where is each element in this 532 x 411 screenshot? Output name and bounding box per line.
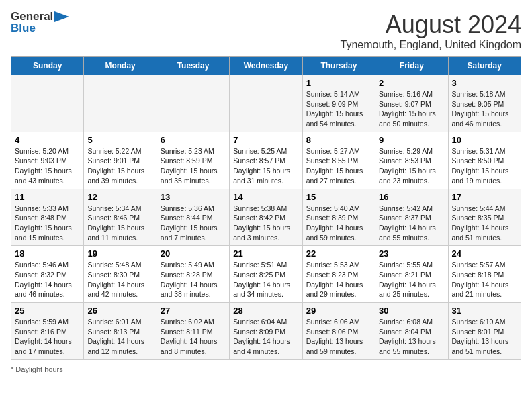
day-info: Sunrise: 5:16 AMSunset: 9:07 PMDaylight:… [379, 89, 444, 129]
logo-arrow-icon [54, 11, 69, 22]
day-info: Sunrise: 5:46 AMSunset: 8:32 PMDaylight:… [15, 260, 80, 300]
title-section: August 2024 Tynemouth, England, United K… [341, 11, 522, 51]
day-info: Sunrise: 6:10 AMSunset: 8:01 PMDaylight:… [452, 317, 517, 357]
day-number: 12 [87, 192, 152, 202]
day-number: 3 [452, 78, 517, 88]
day-number: 10 [452, 135, 517, 145]
svg-marker-0 [54, 11, 69, 22]
subtitle: Tynemouth, England, United Kingdom [341, 39, 522, 51]
day-info: Sunrise: 5:48 AMSunset: 8:30 PMDaylight:… [87, 260, 152, 300]
weekday-header-wednesday: Wednesday [230, 57, 302, 75]
day-number: 20 [161, 248, 226, 259]
day-cell: 28Sunrise: 6:04 AMSunset: 8:09 PMDayligh… [230, 303, 302, 360]
day-info: Sunrise: 5:36 AMSunset: 8:44 PMDaylight:… [161, 203, 226, 243]
weekday-header-thursday: Thursday [302, 57, 375, 75]
footer-note: * Daylight hours [11, 365, 521, 373]
day-cell: 6Sunrise: 5:23 AMSunset: 8:59 PMDaylight… [157, 132, 229, 189]
day-number: 18 [15, 248, 80, 259]
day-cell: 14Sunrise: 5:38 AMSunset: 8:42 PMDayligh… [230, 189, 302, 246]
day-info: Sunrise: 5:40 AMSunset: 8:39 PMDaylight:… [306, 203, 371, 243]
day-cell: 8Sunrise: 5:27 AMSunset: 8:55 PMDaylight… [302, 132, 375, 189]
day-number: 23 [379, 248, 444, 259]
calendar-table: SundayMondayTuesdayWednesdayThursdayFrid… [11, 56, 521, 360]
day-cell [157, 75, 229, 132]
day-number: 5 [87, 135, 152, 145]
day-number: 22 [306, 248, 371, 259]
day-cell: 29Sunrise: 6:06 AMSunset: 8:06 PMDayligh… [302, 303, 375, 360]
main-title: August 2024 [341, 11, 522, 39]
day-info: Sunrise: 6:08 AMSunset: 8:04 PMDaylight:… [379, 317, 444, 357]
week-row-3: 18Sunrise: 5:46 AMSunset: 8:32 PMDayligh… [11, 246, 521, 303]
day-cell [11, 75, 84, 132]
day-number: 21 [233, 248, 298, 259]
day-cell: 30Sunrise: 6:08 AMSunset: 8:04 PMDayligh… [375, 303, 448, 360]
day-number: 8 [306, 135, 371, 145]
day-number: 30 [379, 306, 444, 316]
week-row-2: 11Sunrise: 5:33 AMSunset: 8:48 PMDayligh… [11, 189, 521, 246]
day-cell: 22Sunrise: 5:53 AMSunset: 8:23 PMDayligh… [302, 246, 375, 303]
day-cell: 21Sunrise: 5:51 AMSunset: 8:25 PMDayligh… [230, 246, 302, 303]
day-info: Sunrise: 5:55 AMSunset: 8:21 PMDaylight:… [379, 260, 444, 300]
weekday-header-saturday: Saturday [448, 57, 521, 75]
day-number: 17 [452, 192, 517, 202]
day-cell [230, 75, 302, 132]
weekday-header-row: SundayMondayTuesdayWednesdayThursdayFrid… [11, 57, 521, 75]
day-info: Sunrise: 5:23 AMSunset: 8:59 PMDaylight:… [161, 146, 226, 186]
day-number: 13 [161, 192, 226, 202]
day-cell: 2Sunrise: 5:16 AMSunset: 9:07 PMDaylight… [375, 75, 448, 132]
day-info: Sunrise: 6:01 AMSunset: 8:13 PMDaylight:… [87, 317, 152, 357]
day-cell: 19Sunrise: 5:48 AMSunset: 8:30 PMDayligh… [84, 246, 157, 303]
day-info: Sunrise: 5:33 AMSunset: 8:48 PMDaylight:… [15, 203, 80, 243]
day-info: Sunrise: 5:53 AMSunset: 8:23 PMDaylight:… [306, 260, 371, 300]
day-number: 1 [306, 78, 371, 88]
day-number: 27 [161, 306, 226, 316]
day-info: Sunrise: 5:18 AMSunset: 9:05 PMDaylight:… [452, 89, 517, 129]
day-info: Sunrise: 5:14 AMSunset: 9:09 PMDaylight:… [306, 89, 371, 129]
day-cell: 9Sunrise: 5:29 AMSunset: 8:53 PMDaylight… [375, 132, 448, 189]
week-row-0: 1Sunrise: 5:14 AMSunset: 9:09 PMDaylight… [11, 75, 521, 132]
day-number: 24 [452, 248, 517, 259]
day-info: Sunrise: 5:29 AMSunset: 8:53 PMDaylight:… [379, 146, 444, 186]
day-cell: 1Sunrise: 5:14 AMSunset: 9:09 PMDaylight… [302, 75, 375, 132]
day-number: 19 [87, 248, 152, 259]
day-info: Sunrise: 5:57 AMSunset: 8:18 PMDaylight:… [452, 260, 517, 300]
day-info: Sunrise: 5:49 AMSunset: 8:28 PMDaylight:… [161, 260, 226, 300]
day-number: 7 [233, 135, 298, 145]
day-info: Sunrise: 5:59 AMSunset: 8:16 PMDaylight:… [15, 317, 80, 357]
day-number: 25 [15, 306, 80, 316]
day-cell: 25Sunrise: 5:59 AMSunset: 8:16 PMDayligh… [11, 303, 84, 360]
day-number: 29 [306, 306, 371, 316]
day-cell: 27Sunrise: 6:02 AMSunset: 8:11 PMDayligh… [157, 303, 229, 360]
weekday-header-tuesday: Tuesday [157, 57, 229, 75]
day-cell: 24Sunrise: 5:57 AMSunset: 8:18 PMDayligh… [448, 246, 521, 303]
day-number: 26 [87, 306, 152, 316]
day-info: Sunrise: 5:31 AMSunset: 8:50 PMDaylight:… [452, 146, 517, 186]
day-cell: 26Sunrise: 6:01 AMSunset: 8:13 PMDayligh… [84, 303, 157, 360]
day-info: Sunrise: 5:38 AMSunset: 8:42 PMDaylight:… [233, 203, 298, 243]
day-number: 14 [233, 192, 298, 202]
day-info: Sunrise: 5:51 AMSunset: 8:25 PMDaylight:… [233, 260, 298, 300]
daylight-label: Daylight hours [15, 365, 62, 373]
day-number: 31 [452, 306, 517, 316]
day-cell: 31Sunrise: 6:10 AMSunset: 8:01 PMDayligh… [448, 303, 521, 360]
week-row-4: 25Sunrise: 5:59 AMSunset: 8:16 PMDayligh… [11, 303, 521, 360]
day-number: 6 [161, 135, 226, 145]
day-cell: 23Sunrise: 5:55 AMSunset: 8:21 PMDayligh… [375, 246, 448, 303]
day-info: Sunrise: 5:25 AMSunset: 8:57 PMDaylight:… [233, 146, 298, 186]
day-number: 4 [15, 135, 80, 145]
day-info: Sunrise: 5:44 AMSunset: 8:35 PMDaylight:… [452, 203, 517, 243]
day-cell [84, 75, 157, 132]
weekday-header-sunday: Sunday [11, 57, 84, 75]
day-number: 28 [233, 306, 298, 316]
day-info: Sunrise: 5:42 AMSunset: 8:37 PMDaylight:… [379, 203, 444, 243]
day-cell: 18Sunrise: 5:46 AMSunset: 8:32 PMDayligh… [11, 246, 84, 303]
logo: General Blue [11, 11, 69, 34]
logo-blue: Blue [11, 22, 36, 35]
day-cell: 16Sunrise: 5:42 AMSunset: 8:37 PMDayligh… [375, 189, 448, 246]
day-cell: 11Sunrise: 5:33 AMSunset: 8:48 PMDayligh… [11, 189, 84, 246]
weekday-header-monday: Monday [84, 57, 157, 75]
day-number: 9 [379, 135, 444, 145]
day-info: Sunrise: 6:02 AMSunset: 8:11 PMDaylight:… [161, 317, 226, 357]
day-cell: 10Sunrise: 5:31 AMSunset: 8:50 PMDayligh… [448, 132, 521, 189]
day-info: Sunrise: 5:34 AMSunset: 8:46 PMDaylight:… [87, 203, 152, 243]
